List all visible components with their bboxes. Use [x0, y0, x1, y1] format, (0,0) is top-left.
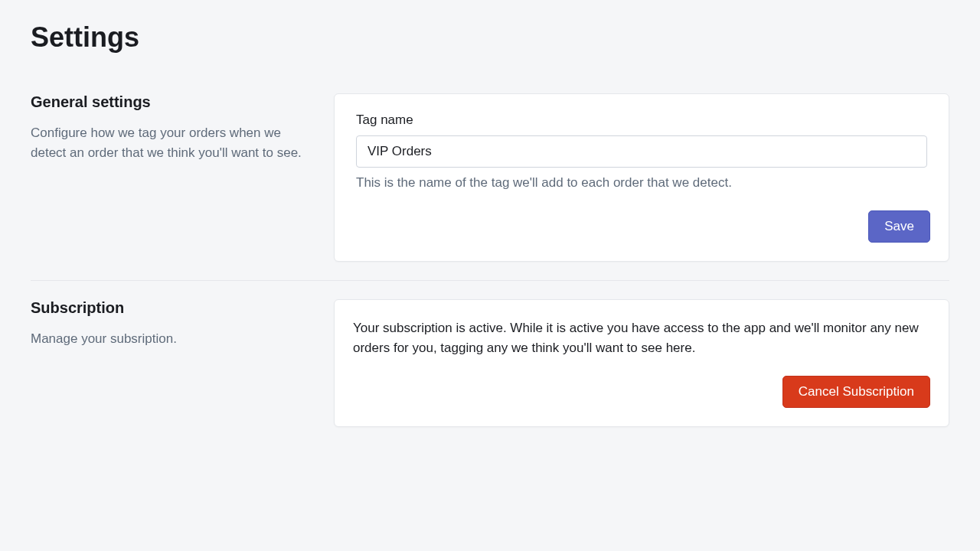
cancel-subscription-button[interactable]: Cancel Subscription: [782, 376, 930, 408]
page-title: Settings: [31, 21, 949, 54]
tag-name-input[interactable]: [356, 135, 927, 168]
tag-name-help: This is the name of the tag we'll add to…: [356, 175, 927, 191]
subscription-heading: Subscription: [31, 299, 303, 317]
general-settings-section: General settings Configure how we tag yo…: [31, 75, 949, 280]
tag-name-label: Tag name: [356, 112, 927, 128]
subscription-card: Your subscription is active. While it is…: [334, 299, 949, 427]
general-settings-heading: General settings: [31, 93, 303, 111]
subscription-status-text: Your subscription is active. While it is…: [353, 318, 930, 357]
general-settings-card: Tag name This is the name of the tag we'…: [334, 93, 949, 262]
save-button[interactable]: Save: [868, 210, 930, 243]
general-settings-description: Configure how we tag your orders when we…: [31, 123, 303, 164]
subscription-description: Manage your subsription.: [31, 329, 303, 349]
subscription-section: Subscription Manage your subsription. Yo…: [31, 280, 949, 445]
